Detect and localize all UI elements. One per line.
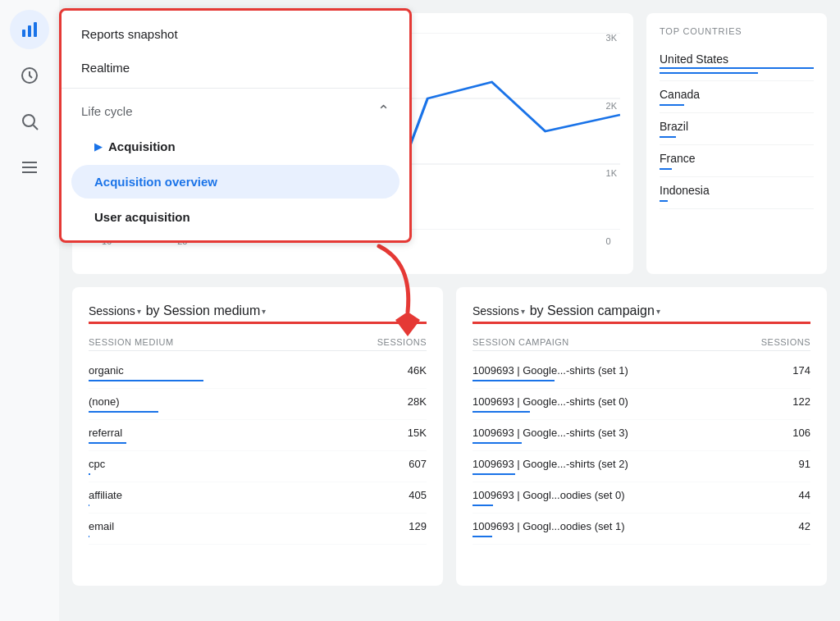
country-bar-indonesia (660, 200, 668, 202)
country-item-indonesia[interactable]: Indonesia (660, 177, 814, 209)
country-name-canada: Canada (660, 88, 814, 101)
sessions-medium-card: Sessions ▾ by Session medium ▾ SESSION M… (72, 287, 443, 586)
row-left: cpc (89, 458, 105, 475)
row-bar (472, 536, 492, 537)
row-bar (89, 536, 89, 537)
country-item-brazil[interactable]: Brazil (660, 113, 814, 145)
row-bar (472, 473, 515, 475)
row-bar (89, 505, 89, 506)
y-label-3k: 3K (606, 33, 617, 43)
medium-sessions-col-header: SESSIONS (377, 337, 427, 347)
row-left: 1009693 | Google...-shirts (set 3) (472, 427, 628, 444)
campaign-card-title: by Session campaign (530, 304, 655, 318)
table-row: referral 15K (89, 420, 427, 451)
svg-rect-2 (34, 22, 37, 37)
row-label: 1009693 | Google...-shirts (set 0) (472, 395, 628, 408)
sidebar-icon-reports[interactable] (10, 10, 49, 49)
svg-line-5 (34, 126, 39, 130)
nav-acquisition-overview[interactable]: Acquisition overview (71, 165, 399, 199)
nav-arrow-icon: ▶ (94, 141, 102, 153)
table-row: email 129 (89, 514, 427, 545)
medium-card-sessions-label[interactable]: Sessions (89, 304, 135, 317)
country-item-france[interactable]: France (660, 145, 814, 177)
chart-y-labels: 3K 2K 1K 0 (606, 33, 620, 246)
country-name-indonesia: Indonesia (660, 184, 814, 197)
nav-acquisition-label: Acquisition (108, 139, 176, 153)
campaign-sessions-dropdown-icon: ▾ (521, 307, 525, 316)
y-label-2k: 2K (606, 101, 617, 111)
table-row: cpc 607 (89, 451, 427, 482)
row-value: 15K (408, 427, 427, 439)
table-row: (none) 28K (89, 389, 427, 420)
campaign-card-sessions-label[interactable]: Sessions (472, 304, 519, 317)
row-left: affiliate (89, 489, 122, 506)
row-label: (none) (89, 395, 158, 408)
nav-divider (62, 88, 409, 89)
table-row: 1009693 | Google...-shirts (set 0) 122 (472, 389, 810, 420)
medium-card-underline (89, 322, 427, 324)
campaign-col-header: SESSION CAMPAIGN (472, 337, 569, 347)
row-value: 405 (409, 489, 427, 501)
row-label: referral (89, 427, 126, 439)
nav-lifecycle-label: Life cycle (81, 104, 133, 118)
country-item-canada[interactable]: Canada (660, 81, 814, 113)
medium-sessions-dropdown-icon: ▾ (137, 307, 141, 316)
row-value: 174 (792, 364, 810, 377)
row-value: 122 (792, 395, 810, 408)
country-name-brazil: Brazil (660, 120, 814, 133)
row-left: organic (89, 364, 203, 381)
medium-table-header: SESSION MEDIUM SESSIONS (89, 337, 427, 351)
countries-title: TOP COUNTRIES (660, 26, 814, 36)
country-item-us[interactable]: United States (660, 46, 814, 81)
country-bar-brazil (660, 136, 676, 138)
row-label: 1009693 | Googl...oodies (set 0) (472, 489, 625, 501)
medium-card-title-row: Sessions ▾ by Session medium ▾ (89, 304, 427, 318)
sidebar-icon-list[interactable] (10, 148, 49, 187)
table-row: 1009693 | Google...-shirts (set 2) 91 (472, 451, 810, 482)
nav-realtime[interactable]: Realtime (62, 51, 409, 84)
table-row: affiliate 405 (89, 482, 427, 514)
row-value: 129 (409, 520, 427, 532)
nav-reports-snapshot[interactable]: Reports snapshot (62, 17, 409, 51)
country-name-france: France (660, 152, 814, 165)
campaign-card-title-row: Sessions ▾ by Session campaign ▾ (472, 304, 810, 318)
nav-acquisition-overview-label: Acquisition overview (94, 175, 217, 189)
row-left: referral (89, 427, 126, 444)
row-left: 1009693 | Googl...oodies (set 0) (472, 489, 625, 506)
nav-lifecycle-header[interactable]: Life cycle ⌃ (62, 92, 409, 130)
row-value: 607 (409, 458, 427, 470)
row-value: 44 (799, 489, 810, 501)
campaign-table-header: SESSION CAMPAIGN SESSIONS (472, 337, 810, 351)
bottom-section: Sessions ▾ by Session medium ▾ SESSION M… (59, 287, 840, 599)
y-label-1k: 1K (606, 168, 617, 178)
row-bar (89, 411, 158, 413)
row-left: (none) (89, 395, 158, 413)
row-value: 106 (792, 427, 810, 439)
country-name-us: United States (660, 53, 814, 69)
sidebar-icon-explore[interactable] (10, 102, 49, 141)
campaign-title-dropdown-icon: ▾ (656, 307, 660, 316)
row-label: email (89, 520, 114, 532)
row-left: email (89, 520, 114, 537)
nav-acquisition[interactable]: ▶ Acquisition (62, 130, 409, 163)
row-bar (89, 380, 203, 381)
nav-user-acquisition[interactable]: User acquisition (62, 200, 409, 234)
row-left: 1009693 | Google...-shirts (set 1) (472, 364, 628, 381)
row-value: 28K (408, 395, 427, 408)
row-bar (89, 473, 90, 475)
table-row: 1009693 | Googl...oodies (set 1) 42 (472, 514, 810, 545)
row-bar (89, 442, 126, 444)
medium-col-header: SESSION MEDIUM (89, 337, 174, 347)
row-label: cpc (89, 458, 105, 470)
country-bar-france (660, 168, 672, 170)
row-left: 1009693 | Google...-shirts (set 2) (472, 458, 628, 475)
sidebar (0, 0, 59, 621)
country-bar-canada (660, 104, 684, 106)
table-row: organic 46K (89, 358, 427, 389)
row-bar (472, 505, 493, 506)
row-value: 46K (408, 364, 427, 377)
row-value: 91 (799, 458, 810, 470)
row-label: 1009693 | Googl...oodies (set 1) (472, 520, 625, 532)
row-left: 1009693 | Google...-shirts (set 0) (472, 395, 628, 413)
sidebar-icon-realtime[interactable] (10, 56, 49, 95)
